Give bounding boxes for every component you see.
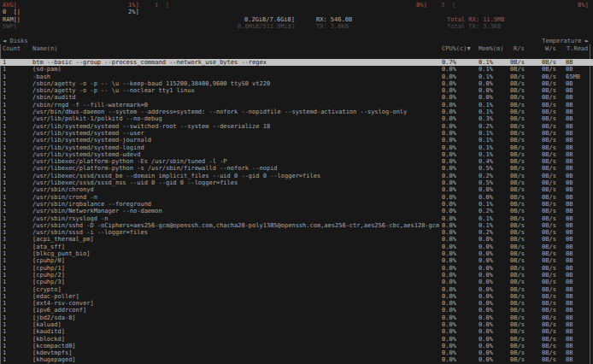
process-row[interactable]: 1/sbin/agetty -o -p -- \u --keep-baud 11… [0, 80, 593, 87]
column-header-mem[interactable]: Mem%(m) [479, 45, 504, 52]
process-row[interactable]: 1(sd-pam)0.0%0.1%0B/s0B/s0B [0, 66, 593, 73]
process-row[interactable]: 1/usr/sbin/sshd -D -oCiphers=aes256-gcm@… [0, 222, 593, 229]
column-header-tread[interactable]: T.Read [567, 45, 588, 52]
process-row[interactable]: 1[acpi_thermal_pm]0.0%0.0%0B/s0B/s0B [0, 236, 593, 243]
process-row[interactable]: 1[cpuhp/3]0.0%0.0%0B/s0B/s0B [0, 279, 593, 285]
process-mem: 0.4% [479, 158, 493, 165]
process-row[interactable]: 1[kauditd]0.0%0.0%0B/s0B/s0B [0, 328, 593, 335]
process-row[interactable]: 1/sbin/rngd -f --fill-watermark=00.0%0.1… [0, 102, 593, 109]
column-header-rs[interactable]: R/s [514, 45, 525, 52]
process-row[interactable]: 1-bash0.0%0.1%0B/s0B/s65MB [0, 73, 593, 80]
process-mem: 0.0% [479, 307, 493, 314]
process-rs: 0B/s [510, 194, 525, 201]
column-header-name[interactable]: Name(n) [32, 45, 58, 52]
process-count: 1 [3, 279, 6, 285]
process-row[interactable]: 1[blkcg_punt_bio]0.0%0.0%0B/s0B/s0B [0, 250, 593, 257]
process-row[interactable]: 1/usr/sbin/irqbalance --foreground0.0%0.… [0, 201, 593, 208]
process-cpu: 0.0% [442, 307, 456, 314]
process-count: 1 [3, 208, 6, 214]
process-ws: 0B/s [542, 179, 556, 186]
process-ws: 0B/s [542, 272, 556, 279]
process-tread: 0B [566, 272, 572, 279]
process-row[interactable]: 1/usr/libexec/sssd/sssd_nss --uid 0 --gi… [0, 179, 593, 186]
process-name: /usr/sbin/irqbalance --foreground [32, 201, 439, 208]
process-mem: 0.0% [479, 293, 493, 300]
process-row[interactable]: 1[cpuhp/2]0.0%0.0%0B/s0B/s0B [0, 272, 593, 279]
process-count: 1 [3, 123, 6, 130]
process-row[interactable]: 1/sbin/auditd0.0%0.0%0B/s0B/s0B [0, 94, 593, 101]
process-row[interactable]: 1/usr/sbin/chronyd0.0%0.0%0B/s0B/s0B [0, 186, 593, 193]
process-row[interactable]: 1[cpuhp/1]0.0%0.0%0B/s0B/s0B [0, 265, 593, 272]
process-row[interactable]: 1[ext4-rsv-conver]0.0%0.0%0B/s0B/s0B [0, 300, 593, 307]
column-header-cpu[interactable]: CPU%(c)▼ [442, 45, 471, 52]
process-mem: 0.1% [479, 102, 493, 109]
process-tread: 0B [566, 186, 572, 193]
process-count: 1 [3, 321, 6, 328]
process-row[interactable]: 1/usr/lib/systemd/systemd-journald0.0%0.… [0, 137, 593, 144]
process-name: /usr/sbin/NetworkManager --no-daemon [32, 208, 439, 214]
process-row[interactable]: 1[khugepaged]0.0%0.0%0B/s0B/s0B [0, 356, 593, 363]
process-row[interactable]: 1/usr/lib/systemd/systemd-logind0.0%0.1%… [0, 144, 593, 151]
widget-nav-temperature[interactable]: Temperature ► [542, 38, 589, 44]
process-count: 1 [3, 293, 6, 300]
process-name: /usr/libexec/platform-python -s /usr/sbi… [32, 165, 439, 172]
process-row[interactable]: 1/usr/lib/systemd/systemd-udevd0.0%0.1%0… [0, 151, 593, 158]
process-row[interactable]: 1/usr/libexec/platform-python -Es /usr/s… [0, 158, 593, 165]
process-row[interactable]: 1/usr/lib/polkit-1/polkitd --no-debug0.0… [0, 115, 593, 122]
process-row[interactable]: 1/usr/sbin/sssd -i --logger=files0.0%0.2… [0, 229, 593, 236]
process-row[interactable]: 1[kdevtmpfs]0.0%0.0%0B/s0B/s0B [0, 349, 593, 356]
process-row[interactable]: 1/usr/libexec/platform-python -s /usr/sb… [0, 165, 593, 172]
column-header-ws[interactable]: W/s [545, 45, 556, 52]
process-rs: 0B/s [510, 179, 525, 186]
process-name: [kauditd] [32, 328, 439, 335]
process-count: 1 [3, 201, 6, 208]
cpu-core0-gauge-value: 2%] [128, 9, 139, 15]
process-mem: 0.0% [479, 236, 493, 243]
process-name: [kdevtmpfs] [32, 349, 439, 356]
process-row[interactable]: 1btm --basic --group --process_command -… [0, 59, 593, 66]
process-tread: 0B [566, 201, 572, 208]
process-cpu: 0.0% [442, 165, 456, 172]
process-cpu: 0.0% [442, 144, 456, 151]
process-cpu: 0.0% [442, 336, 456, 343]
process-name: -bash [32, 73, 439, 80]
widget-nav-disks[interactable]: ◄ Disks [3, 38, 28, 44]
process-row[interactable]: 1/usr/sbin/rsyslogd -n0.0%0.1%0B/s0B/s0B [0, 215, 593, 222]
process-rs: 0B/s [510, 173, 525, 179]
process-ws: 0B/s [542, 250, 556, 257]
process-row[interactable]: 1/usr/sbin/NetworkManager --no-daemon0.0… [0, 208, 593, 214]
process-row[interactable]: 1/usr/sbin/crond -n0.0%0.0%0B/s0B/s0B [0, 194, 593, 201]
process-tread: 0B [566, 208, 572, 214]
btm-terminal: AVG[ 1%] 1 [ 0%] 3 [ 0%] 0 [| 2%] RAM[| … [0, 0, 593, 364]
process-row[interactable]: 1[crypto]0.0%0.0%0B/s0B/s0B [0, 286, 593, 293]
process-row[interactable]: 1/usr/lib/systemd/systemd --switched-roo… [0, 123, 593, 130]
column-header-count[interactable]: Count [3, 45, 21, 52]
process-row[interactable]: 1[cpuhp/0]0.0%0.0%0B/s0B/s0B [0, 257, 593, 264]
process-row[interactable]: 1[ipv6_addrconf]0.0%0.0%0B/s0B/s0B [0, 307, 593, 314]
process-row[interactable]: 1[kaluad]0.0%0.0%0B/s0B/s0B [0, 321, 593, 328]
process-mem: 0.2% [479, 173, 493, 179]
process-row[interactable]: 1/usr/bin/dbus-daemon --system --address… [0, 109, 593, 115]
process-row[interactable]: 1[kblockd]0.0%0.0%0B/s0B/s0B [0, 336, 593, 343]
process-row[interactable]: 1/usr/lib/systemd/systemd --user0.0%0.1%… [0, 130, 593, 137]
process-rs: 0B/s [510, 80, 525, 87]
process-tread: 0B [566, 115, 572, 122]
process-ws: 0B/s [542, 222, 556, 229]
process-tread: 0B [566, 144, 572, 151]
network-tx-rate: TX: 3.0KB [316, 23, 349, 30]
process-row[interactable]: 1[edac-poller]0.0%0.0%0B/s0B/s0B [0, 293, 593, 300]
network-total-tx: Total TX: 3.3KB [447, 23, 501, 30]
process-row[interactable]: 1[kcompactd0]0.0%0.0%0B/s0B/s0B [0, 343, 593, 349]
process-name: [ipv6_addrconf] [32, 307, 439, 314]
process-rs: 0B/s [510, 257, 525, 264]
process-count: 1 [3, 73, 6, 80]
process-row[interactable]: 1[ata_sff]0.0%0.0%0B/s0B/s0B [0, 244, 593, 250]
process-count: 1 [3, 66, 6, 73]
process-row[interactable]: 1/usr/libexec/sssd/sssd_be --domain impl… [0, 173, 593, 179]
process-count: 1 [3, 130, 6, 137]
process-cpu: 0.0% [442, 314, 456, 321]
process-row[interactable]: 1/sbin/agetty -o -p -- \u --noclear tty1… [0, 87, 593, 94]
process-row[interactable]: 1[jbd2/sda-8]0.0%0.0%0B/s0B/s0B [0, 314, 593, 321]
process-mem: 0.1% [479, 130, 493, 137]
process-tread: 0B [566, 165, 572, 172]
